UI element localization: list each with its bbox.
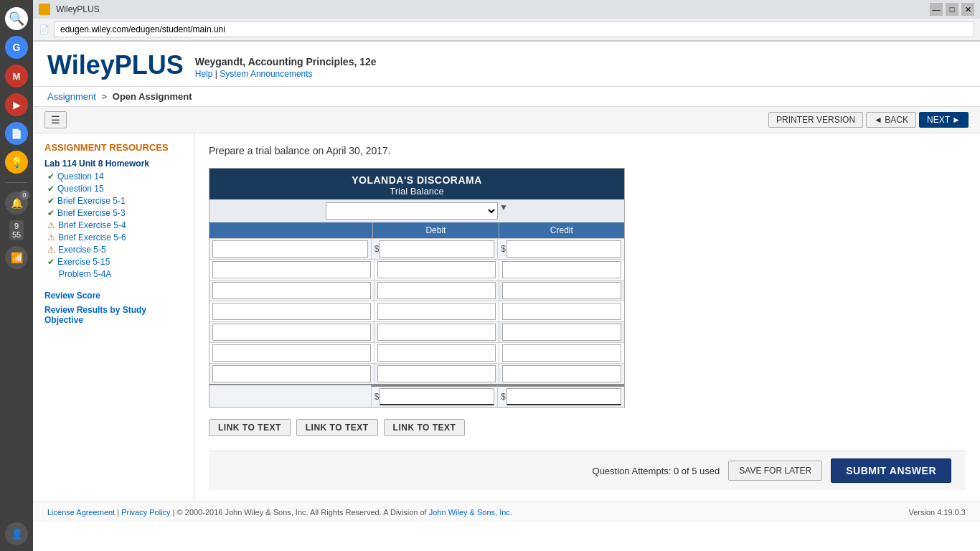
attempts-text: Question Attempts: 0 of 5 used <box>593 466 720 476</box>
sidebar-link-be53[interactable]: Brief Exercise 5-3 <box>57 208 126 218</box>
save-for-later-button[interactable]: SAVE FOR LATER <box>728 461 822 481</box>
clock-widget: 955 <box>9 220 24 240</box>
tb-label-input-3[interactable] <box>212 282 371 299</box>
privacy-link[interactable]: Privacy Policy <box>121 508 170 517</box>
help-link[interactable]: Help <box>195 69 213 79</box>
back-button[interactable]: ◄ BACK <box>866 112 916 128</box>
breadcrumb-assignment-link[interactable]: Assignment <box>47 91 96 102</box>
sidebar-link-be56[interactable]: Brief Exercise 5-6 <box>58 232 126 242</box>
sidebar-item-e515[interactable]: ✔ Exercise 5-15 <box>44 257 182 267</box>
sidebar-item-p54a[interactable]: Problem 5-4A <box>44 269 182 279</box>
youtube-icon[interactable]: ▶ <box>5 93 28 116</box>
review-results-link[interactable]: Review Results by Study Objective <box>44 305 182 325</box>
sidebar-link-p54a[interactable]: Problem 5-4A <box>59 269 111 279</box>
question-area: Prepare a trial balance on April 30, 201… <box>194 133 980 501</box>
tb-debit-cell-2 <box>374 260 499 280</box>
breadcrumb: Assignment > Open Assignment <box>33 87 980 106</box>
link-to-text-button-1[interactable]: LINK TO TEXT <box>209 419 291 436</box>
sidebar-item-be56[interactable]: ⚠ Brief Exercise 5-6 <box>44 232 182 242</box>
tb-col-debit-header: Debit <box>372 222 498 238</box>
tb-debit-input-5[interactable] <box>377 324 496 341</box>
sidebar-item-be53[interactable]: ✔ Brief Exercise 5-3 <box>44 208 182 218</box>
tb-label-input-5[interactable] <box>212 324 371 341</box>
sidebar-link-q14[interactable]: Question 14 <box>57 171 104 182</box>
link-to-text-button-2[interactable]: LINK TO TEXT <box>296 419 378 436</box>
link-to-text-button-3[interactable]: LINK TO TEXT <box>384 419 466 436</box>
tb-totals-credit-input[interactable] <box>507 388 621 405</box>
maximize-button[interactable]: □ <box>946 3 958 16</box>
sidebar-item-be54[interactable]: ⚠ Brief Exercise 5-4 <box>44 220 182 230</box>
sidebar-link-e55[interactable]: Exercise 5-5 <box>58 245 106 255</box>
close-button[interactable]: ✕ <box>961 3 974 16</box>
sidebar-item-be51[interactable]: ✔ Brief Exercise 5-1 <box>44 196 182 206</box>
address-bar: 📄 <box>33 19 980 41</box>
tb-debit-input-3[interactable] <box>377 282 496 299</box>
tb-credit-input-5[interactable] <box>502 324 621 341</box>
warning-icon-be56: ⚠ <box>47 232 55 242</box>
chrome-icon[interactable]: G <box>5 36 28 59</box>
tb-debit-input-1[interactable] <box>380 240 494 258</box>
tb-label-input-4[interactable] <box>212 303 371 320</box>
table-row <box>209 321 624 342</box>
sidebar-link-be54[interactable]: Brief Exercise 5-4 <box>58 220 126 230</box>
tb-label-input-2[interactable] <box>212 261 371 278</box>
gmail-icon[interactable]: M <box>5 65 28 88</box>
assignment-resources-title: ASSIGNMENT RESOURCES <box>44 142 182 153</box>
browser-sidebar: 🔍 G M ▶ 📄 💡 🔔 0 955 📶 👤 <box>0 0 33 551</box>
next-button[interactable]: NEXT ► <box>919 112 969 128</box>
toolbar: ☰ PRINTER VERSION ◄ BACK NEXT ► <box>33 106 980 133</box>
avatar-icon[interactable]: 👤 <box>5 522 28 545</box>
favicon <box>39 4 50 15</box>
announcements-link[interactable]: System Announcements <box>220 69 312 79</box>
tb-label-input-7[interactable] <box>212 365 371 382</box>
toggle-sidebar-button[interactable]: ☰ <box>44 111 67 128</box>
sidebar-item-q15[interactable]: ✔ Question 15 <box>44 184 182 194</box>
tb-label-input-1[interactable] <box>212 240 368 258</box>
tb-credit-cell-3 <box>499 281 624 301</box>
tb-debit-input-2[interactable] <box>377 261 496 278</box>
tb-credit-input-6[interactable] <box>502 344 621 362</box>
tb-debit-input-6[interactable] <box>377 344 496 362</box>
book-title: Weygandt, Accounting Principles, 12e <box>195 56 377 67</box>
tb-debit-input-4[interactable] <box>377 303 496 320</box>
page-footer: License Agreement | Privacy Policy | © 2… <box>33 501 980 522</box>
sidebar-section-title[interactable]: Lab 114 Unit 8 Homework <box>44 159 182 169</box>
tb-label-input-6[interactable] <box>212 344 371 362</box>
company-link[interactable]: John Wiley & Sons, Inc. <box>429 508 512 517</box>
tb-label-cell-2 <box>209 260 374 280</box>
tb-credit-input-3[interactable] <box>502 282 621 299</box>
sidebar-link-be51[interactable]: Brief Exercise 5-1 <box>57 196 126 206</box>
trial-balance-table: YOLANDA'S DISCORAMA Trial Balance ▼ Debi… <box>209 168 625 408</box>
question-text: Prepare a trial balance on April 30, 201… <box>209 145 966 156</box>
browser-chrome: WileyPLUS — □ ✕ 📄 <box>33 0 980 42</box>
tb-credit-cell-4 <box>499 301 624 321</box>
tb-period-dropdown[interactable] <box>326 202 498 220</box>
search-icon[interactable]: 🔍 <box>5 7 28 30</box>
printer-version-button[interactable]: PRINTER VERSION <box>768 112 863 128</box>
tb-credit-input-4[interactable] <box>502 303 621 320</box>
tb-table-title: Trial Balance <box>209 186 624 197</box>
sidebar-item-q14[interactable]: ✔ Question 14 <box>44 171 182 182</box>
warning-icon-be54: ⚠ <box>47 220 55 230</box>
sidebar-link-e515[interactable]: Exercise 5-15 <box>57 257 110 267</box>
keep-icon[interactable]: 💡 <box>5 151 28 174</box>
footer-links: License Agreement | Privacy Policy | © 2… <box>47 508 512 517</box>
sidebar-link-q15[interactable]: Question 15 <box>57 184 104 194</box>
sidebar-item-e55[interactable]: ⚠ Exercise 5-5 <box>44 245 182 255</box>
tb-totals-debit-input[interactable] <box>380 388 494 405</box>
left-sidebar: ASSIGNMENT RESOURCES Lab 114 Unit 8 Home… <box>33 133 194 501</box>
submit-answer-button[interactable]: SUBMIT ANSWER <box>831 458 951 483</box>
tb-credit-input-2[interactable] <box>502 261 621 278</box>
docs-icon[interactable]: 📄 <box>5 122 28 145</box>
tb-credit-input-1[interactable] <box>507 240 621 258</box>
license-link[interactable]: License Agreement <box>47 508 115 517</box>
tb-company-name: YOLANDA'S DISCORAMA <box>209 174 624 186</box>
page-header: WileyPLUS Weygandt, Accounting Principle… <box>33 42 980 87</box>
review-score-link[interactable]: Review Score <box>44 291 182 301</box>
minimize-button[interactable]: — <box>930 3 943 16</box>
tb-debit-input-7[interactable] <box>377 365 496 382</box>
tb-credit-input-7[interactable] <box>502 365 621 382</box>
header-right: Weygandt, Accounting Principles, 12e Hel… <box>195 50 377 79</box>
footer-rights: All Rights Reserved. A Division of <box>310 508 429 517</box>
address-input[interactable] <box>54 22 974 37</box>
